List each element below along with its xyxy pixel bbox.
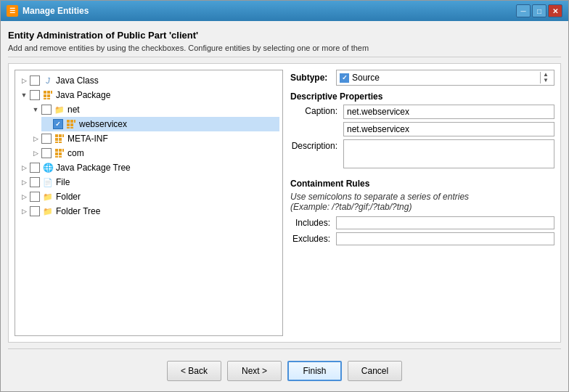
svg-rect-17 (55, 138, 58, 141)
meta-inf-label: META-INF (67, 134, 108, 144)
folder-tree-icon: 📁 (42, 205, 54, 217)
finish-button[interactable]: Finish (287, 361, 342, 381)
checkbox-java-class[interactable] (30, 75, 40, 86)
svg-rect-9 (74, 120, 75, 123)
combo-down-arrow: ▼ (543, 78, 549, 83)
java-package-tree-icon: 🌐 (42, 162, 54, 173)
expand-com[interactable]: ▷ (30, 147, 41, 159)
excludes-input[interactable] (336, 232, 554, 245)
checkbox-java-package-tree[interactable] (30, 163, 40, 173)
description-label: Description: (290, 139, 337, 151)
expand-java-package[interactable]: ▼ (18, 89, 30, 101)
close-button[interactable]: ✕ (548, 4, 562, 17)
cancel-button[interactable]: Cancel (348, 361, 402, 381)
svg-rect-25 (59, 152, 62, 155)
tree-item-file[interactable]: ▷ 📄 File (18, 175, 279, 189)
title-bar: ☰ Manage Entities ─ □ ✕ (1, 1, 568, 21)
page-subtitle: Add and remove entities by using the che… (8, 44, 561, 52)
java-class-icon: J (42, 75, 54, 86)
expand-java-class[interactable]: ▷ (18, 75, 30, 86)
excludes-row: Excludes: (290, 232, 554, 245)
svg-rect-16 (62, 134, 64, 137)
checkbox-meta-inf[interactable] (41, 134, 52, 144)
includes-row: Includes: (290, 216, 554, 229)
svg-rect-21 (55, 149, 58, 152)
subtype-checkbox[interactable]: ✓ (340, 73, 349, 83)
expand-net[interactable]: ▼ (30, 104, 41, 115)
checkbox-file[interactable] (30, 177, 40, 187)
expand-file[interactable]: ▷ (18, 176, 30, 188)
tree-item-java-package[interactable]: ▼ Java Package (18, 88, 279, 102)
header-section: Entity Administration of Public Part 'cl… (8, 28, 561, 57)
meta-inf-icon (54, 133, 65, 144)
svg-rect-22 (59, 149, 62, 152)
back-button[interactable]: < Back (167, 361, 221, 381)
svg-rect-20 (59, 142, 62, 143)
svg-rect-15 (59, 134, 62, 137)
checkbox-folder-tree[interactable] (30, 206, 40, 216)
caption-label: Caption: (290, 105, 337, 116)
java-class-label: Java Class (56, 75, 99, 86)
svg-rect-19 (55, 142, 58, 143)
tree-item-webservicex[interactable]: ✓ webservicex (41, 117, 279, 131)
manage-entities-window: ☰ Manage Entities ─ □ ✕ Entity Administr… (0, 0, 569, 392)
tree-item-folder[interactable]: ▷ 📁 Folder (18, 189, 279, 204)
descriptive-props-section: Descriptive Properties Caption: net.webs… (290, 91, 554, 173)
maximize-button[interactable]: □ (532, 4, 547, 17)
caption-row: Caption: net.webservicex net.webservicex (290, 105, 554, 136)
tree-item-com[interactable]: ▷ com (30, 146, 279, 160)
main-area: ▷ J Java Class ▼ Java Package ▼ (8, 63, 561, 343)
excludes-label: Excludes: (290, 234, 330, 244)
tree-item-java-package-tree[interactable]: ▷ 🌐 Java Package Tree (18, 160, 279, 175)
caption-input[interactable]: net.webservicex (343, 105, 554, 119)
folder-label: Folder (56, 192, 81, 202)
tree-item-folder-tree[interactable]: ▷ 📁 Folder Tree (18, 204, 279, 219)
checkbox-webservicex[interactable]: ✓ (53, 119, 63, 129)
checkbox-java-package[interactable] (30, 90, 40, 100)
checkbox-com[interactable] (41, 148, 52, 158)
next-button[interactable]: Next > (227, 361, 282, 381)
checkbox-net[interactable] (41, 105, 52, 115)
file-icon: 📄 (42, 176, 54, 188)
expand-folder[interactable]: ▷ (18, 191, 30, 203)
containment-title: Containment Rules (290, 179, 554, 189)
window-icon: ☰ (7, 5, 18, 17)
svg-rect-18 (59, 138, 62, 141)
minimize-button[interactable]: ─ (516, 4, 531, 17)
tree-item-net[interactable]: ▼ 📁 net (30, 102, 279, 117)
tree-item-java-class[interactable]: ▷ J Java Class (18, 73, 279, 88)
subtype-combo[interactable]: ✓ Source ▲ ▼ (336, 70, 554, 86)
expand-meta-inf[interactable]: ▷ (30, 133, 41, 144)
subtype-row: Subtype: ✓ Source ▲ ▼ (290, 70, 554, 86)
description-row: Description: (290, 139, 554, 168)
page-title: Entity Administration of Public Part 'cl… (8, 30, 561, 41)
window-title: Manage Entities (22, 6, 89, 16)
caption-input2[interactable]: net.webservicex (343, 122, 554, 136)
description-input[interactable] (343, 139, 554, 168)
includes-input[interactable] (336, 216, 554, 229)
expand-java-package-tree[interactable]: ▷ (18, 162, 30, 173)
svg-rect-8 (70, 120, 73, 123)
checkbox-folder[interactable] (30, 192, 40, 202)
svg-rect-23 (62, 149, 64, 152)
svg-rect-3 (44, 94, 46, 97)
combo-arrows[interactable]: ▲ ▼ (540, 72, 551, 83)
expand-folder-tree[interactable]: ▷ (18, 205, 30, 217)
tree-panel[interactable]: ▷ J Java Class ▼ Java Package ▼ (15, 70, 283, 336)
svg-rect-27 (59, 156, 62, 158)
svg-rect-12 (67, 127, 70, 128)
right-panel: Subtype: ✓ Source ▲ ▼ Descriptiv (290, 70, 554, 336)
containment-section: Containment Rules Use semicolons to sepa… (290, 179, 554, 248)
folder-tree-label: Folder Tree (56, 206, 100, 216)
webservicex-label: webservicex (79, 119, 127, 129)
com-icon (54, 147, 65, 159)
net-label: net (67, 105, 80, 115)
divider (8, 348, 561, 349)
java-package-icon (42, 89, 54, 101)
com-label: com (67, 148, 84, 158)
net-icon: 📁 (54, 104, 65, 115)
webservicex-icon (65, 118, 77, 130)
java-package-tree-label: Java Package Tree (56, 163, 131, 173)
tree-item-meta-inf[interactable]: ▷ META-INF (30, 131, 279, 146)
subtype-label: Subtype: (290, 73, 330, 83)
